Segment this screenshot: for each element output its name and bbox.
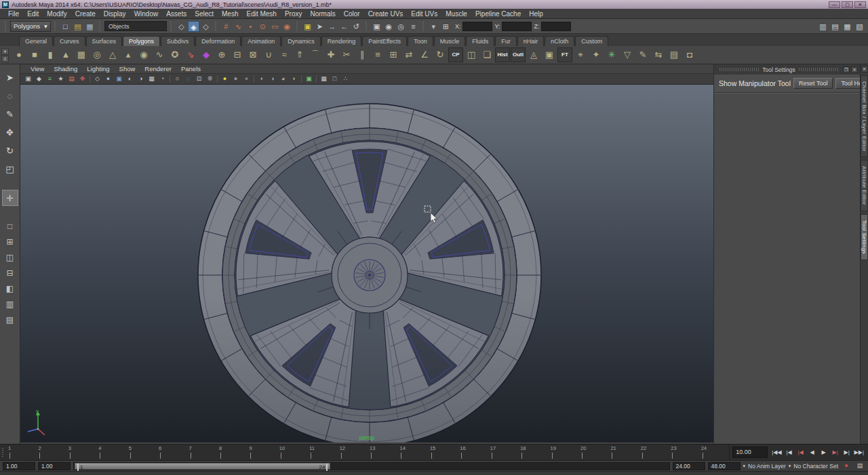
shelf-tab-rendering[interactable]: Rendering <box>321 36 362 46</box>
status-grip[interactable] <box>4 22 7 31</box>
timeline-grip[interactable] <box>1 448 5 457</box>
menu-edit-mesh[interactable]: Edit Mesh <box>242 10 280 18</box>
shelf-tab-subdivs[interactable]: Subdivs <box>161 36 195 46</box>
menu-modify[interactable]: Modify <box>43 10 71 18</box>
animation-start-field[interactable]: 1.00 <box>3 462 35 470</box>
extract-icon[interactable]: ⊠ <box>245 47 260 62</box>
uv-snapshot-icon[interactable]: ▤ <box>667 47 682 62</box>
close-sidebar-icon[interactable]: ✕ <box>861 66 868 73</box>
range-end-handle[interactable]: 24 <box>319 463 328 471</box>
four-pane-layout-icon[interactable]: ⊞ <box>2 234 18 247</box>
select-tool-icon[interactable]: ➤ <box>2 70 18 86</box>
pin-panel-icon[interactable]: ❐ <box>843 66 850 73</box>
duplicate-icon[interactable]: ❏ <box>479 47 494 62</box>
sidebar-tab-attribute-editor[interactable]: Attribute Editor <box>861 160 868 211</box>
textured-mode-icon[interactable]: ▣ <box>114 75 124 83</box>
menu-assets[interactable]: Assets <box>162 10 191 18</box>
freeze-transform-icon[interactable]: FT <box>557 47 572 62</box>
menu-help[interactable]: Help <box>525 10 547 18</box>
highlight-selection-icon[interactable]: ➤ <box>314 21 326 32</box>
panel-menu-lighting[interactable]: Lighting <box>82 65 114 73</box>
snap-grid-icon[interactable]: # <box>220 21 232 32</box>
menu-proxy[interactable]: Proxy <box>281 10 307 18</box>
shelf-tab-fluids[interactable]: Fluids <box>466 36 494 46</box>
frame-tick-15[interactable]: 15 <box>428 445 458 460</box>
shelf-item-menu-icon[interactable]: ≡ <box>1 56 9 62</box>
select-component-icon[interactable]: ◇ <box>200 21 212 32</box>
hud-toggle-icon[interactable]: ∴ <box>340 75 351 83</box>
make-live-icon[interactable]: ◉ <box>281 21 293 32</box>
pan-zoom-icon[interactable]: ✥ <box>77 75 87 83</box>
anim-preferences-icon[interactable]: ▤ <box>854 461 865 470</box>
minimize-button[interactable]: — <box>829 1 840 8</box>
insert-edge-loop-icon[interactable]: ∥ <box>355 47 370 62</box>
frame-tick-2[interactable]: 2 <box>36 445 66 460</box>
isolate-select-icon[interactable]: ⊡ <box>194 75 204 83</box>
shelf-tab-general[interactable]: General <box>19 36 53 46</box>
menu-edit[interactable]: Edit <box>23 10 43 18</box>
field-entry-caret-icon[interactable]: ▾ <box>428 21 439 32</box>
menu-normals[interactable]: Normals <box>307 10 340 18</box>
frame-tick-22[interactable]: 22 <box>639 445 669 460</box>
poly-torus-icon[interactable]: ◎ <box>90 47 104 62</box>
poly-platonic-solid-icon[interactable]: ◆ <box>199 47 214 62</box>
frame-tick-14[interactable]: 14 <box>397 445 427 460</box>
append-polygon-icon[interactable]: ✚ <box>323 47 338 62</box>
output-connections-icon[interactable]: ← <box>338 21 350 32</box>
quick-selection-field-icon[interactable]: ⊞ <box>440 21 452 32</box>
auto-keyframe-icon[interactable]: ● <box>841 461 852 470</box>
playback-start-field[interactable]: 1.00 <box>38 462 71 470</box>
frame-tick-6[interactable]: 6 <box>157 445 186 460</box>
menu-create-uvs[interactable]: Create UVs <box>364 10 408 18</box>
reset-tool-button[interactable]: Reset Tool <box>793 78 833 89</box>
scale-tool-icon[interactable]: ◰ <box>2 161 18 178</box>
status-grip[interactable] <box>296 22 299 31</box>
shelf-tab-surfaces[interactable]: Surfaces <box>86 36 123 46</box>
quadrangulate-icon[interactable]: ▣ <box>542 47 557 62</box>
go-to-end-button[interactable]: ▶▶| <box>853 447 865 458</box>
render-view-icon[interactable]: ▣ <box>371 21 382 32</box>
frame-tick-24[interactable]: 24 <box>699 445 729 460</box>
playback-end-field[interactable]: 24.00 <box>673 462 705 470</box>
frame-tick-5[interactable]: 5 <box>127 445 157 460</box>
status-grip[interactable] <box>365 22 368 31</box>
frame-tick-8[interactable]: 8 <box>217 445 247 460</box>
menu-window[interactable]: Window <box>130 10 163 18</box>
panel-menu-shading[interactable]: Shading <box>49 65 82 73</box>
render-current-frame-icon[interactable]: ◉ <box>383 21 395 32</box>
paint-selection-tool-icon[interactable]: ✎ <box>2 106 18 123</box>
menu-file[interactable]: File <box>4 10 23 18</box>
range-slider-bar[interactable]: 1 24 <box>75 463 330 470</box>
poly-pipe-icon[interactable]: ◉ <box>136 47 151 62</box>
frame-tick-7[interactable]: 7 <box>187 445 217 460</box>
chevron-down-icon[interactable]: ▾ <box>743 463 746 469</box>
go-to-start-button[interactable]: |◀◀ <box>770 447 783 458</box>
frame-tick-23[interactable]: 23 <box>669 445 698 460</box>
selection-mode-field[interactable]: Objects <box>104 21 167 31</box>
panel-menu-panels[interactable]: Panels <box>176 65 205 73</box>
shelf-tab-animation[interactable]: Animation <box>241 36 281 46</box>
menu-pipeline-cache[interactable]: Pipeline Cache <box>471 10 525 18</box>
bridge-icon[interactable]: ⌒ <box>308 47 323 62</box>
shelf-tab-custom[interactable]: Custom <box>575 36 608 46</box>
poly-cube-icon[interactable]: ■ <box>27 47 42 62</box>
add-divisions-icon[interactable]: ⊞ <box>386 47 401 62</box>
viewport-canvas[interactable]: y persp <box>20 85 713 444</box>
sidebar-tab-channel-box-layer-editor[interactable]: Channel Box / Layer Editor <box>861 75 868 157</box>
snap-view-plane-icon[interactable]: ▭ <box>269 21 281 32</box>
poly-prism-icon[interactable]: △ <box>105 47 120 62</box>
frame-tick-4[interactable]: 4 <box>96 445 126 460</box>
sculpt-geometry-icon[interactable]: ⇘ <box>183 47 198 62</box>
toggle-tool-settings-icon[interactable]: ▤ <box>829 21 841 32</box>
triangulate-icon[interactable]: ◬ <box>526 47 541 62</box>
default-material-icon[interactable]: ○ <box>172 75 182 83</box>
character-set-selector[interactable]: No Character Set <box>793 463 838 470</box>
poly-cylinder-icon[interactable]: ▮ <box>43 47 58 62</box>
y-coordinate-field[interactable] <box>502 22 532 31</box>
toggle-modeling-toolkit-icon[interactable]: ▧ <box>854 21 865 32</box>
object-details-icon[interactable]: ▣ <box>304 75 314 83</box>
screen-ao-icon[interactable]: ▦ <box>146 75 157 83</box>
toggle-channel-box-icon[interactable]: ▦ <box>842 21 853 32</box>
menu-edit-uvs[interactable]: Edit UVs <box>407 10 441 18</box>
snap-point-icon[interactable]: • <box>245 21 256 32</box>
